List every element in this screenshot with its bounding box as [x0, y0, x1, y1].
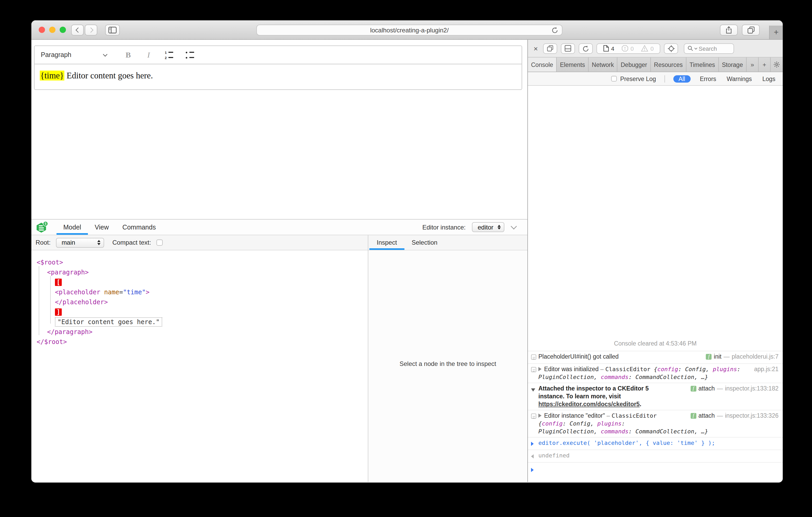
placeholder-widget[interactable]: {time}: [40, 70, 64, 81]
function-badge-icon: f: [706, 354, 712, 360]
forward-button[interactable]: [85, 25, 97, 35]
inspector-tab-debugger[interactable]: Debugger: [618, 58, 651, 71]
tree-node[interactable]: ]: [31, 307, 368, 317]
console-scope-all[interactable]: All: [673, 75, 691, 82]
editor-toolbar: Paragraph B I 1 2: [34, 46, 522, 64]
numbered-list-icon: 1 2: [165, 51, 173, 59]
minimize-window-button[interactable]: [49, 27, 55, 33]
share-button[interactable]: [720, 25, 738, 35]
bulleted-list-button[interactable]: [184, 49, 195, 61]
tree-node[interactable]: </paragraph>: [31, 327, 368, 337]
console-command-row[interactable]: editor.execute( 'placeholder', { value: …: [528, 437, 783, 450]
italic-button[interactable]: I: [143, 49, 154, 61]
new-tab-button[interactable]: +: [769, 26, 783, 39]
issues-summary-button[interactable]: 4 0 0: [597, 43, 661, 54]
root-select[interactable]: main: [56, 238, 104, 247]
tree-node[interactable]: <paragraph>: [31, 268, 368, 278]
numbered-list-button[interactable]: 1 2: [163, 49, 175, 61]
console-message-source[interactable]: fattach — inspector.js:133:182: [691, 385, 779, 393]
search-icon: [688, 45, 694, 51]
inspector-tab-network[interactable]: Network: [588, 58, 617, 71]
ckeditor-inspector: 5 ModelViewCommands Editor instance: edi…: [31, 219, 527, 482]
add-tab-button[interactable]: +: [759, 58, 771, 71]
model-tree: <$root><paragraph>[<placeholder name="ti…: [31, 250, 368, 482]
console-prompt[interactable]: [528, 462, 783, 476]
disclosure-collapsed-icon[interactable]: [539, 367, 542, 371]
inspector-tab-resources[interactable]: Resources: [651, 58, 687, 71]
reload-icon[interactable]: [551, 27, 558, 34]
console-message[interactable]: fattach — inspector.js:133:182Attached t…: [528, 383, 783, 410]
reload-icon: [582, 45, 589, 52]
inspector-tab-elements[interactable]: Elements: [557, 58, 588, 71]
tree-node[interactable]: <$root>: [31, 258, 368, 268]
resources-icon: [603, 45, 609, 52]
close-window-button[interactable]: [39, 27, 45, 33]
console-message-source[interactable]: fattach — inspector.js:133:326: [691, 412, 779, 420]
inspector-toolbar: ×: [528, 40, 783, 58]
ck-pane-tabs: InspectSelection: [368, 235, 527, 250]
more-tabs-button[interactable]: »: [747, 58, 759, 71]
titlebar-right-buttons: [720, 25, 760, 35]
prompt-chevron-icon: [531, 468, 534, 472]
tree-node[interactable]: "Editor content goes here.": [31, 317, 368, 327]
console-pane: Console cleared at 4:53:46 PM finit — pl…: [528, 86, 783, 482]
back-button[interactable]: [71, 25, 84, 35]
editor-text: Editor content goes here.: [64, 70, 153, 81]
ckeditor: Paragraph B I 1 2: [34, 45, 522, 90]
dock-side-button[interactable]: [561, 43, 575, 54]
divider: [664, 75, 665, 82]
indent-guide: [39, 266, 39, 335]
tree-node[interactable]: [: [31, 278, 368, 287]
compact-text-checkbox[interactable]: [156, 239, 163, 246]
sidebar-toggle-button[interactable]: [105, 25, 120, 35]
tree-node[interactable]: <placeholder name="time">: [31, 287, 368, 298]
element-picker-button[interactable]: [664, 43, 678, 54]
inspector-search-field[interactable]: Search: [684, 43, 734, 54]
paragraph-dropdown[interactable]: Paragraph: [41, 51, 107, 59]
tree-node[interactable]: </placeholder>: [31, 298, 368, 307]
inspector-tab-console[interactable]: Console: [528, 58, 557, 71]
ckeditor-logo-icon: 5: [37, 222, 47, 233]
console-message-source[interactable]: app.js:21: [754, 365, 779, 373]
ck-tabs: ModelViewCommands: [57, 219, 163, 235]
plus-icon: +: [774, 28, 779, 37]
editor-content[interactable]: {time} Editor content goes here.: [34, 64, 522, 89]
console-scope-logs[interactable]: Logs: [761, 75, 776, 82]
close-inspector-button[interactable]: ×: [532, 44, 540, 53]
warning-count: 0: [650, 45, 654, 52]
console-message[interactable]: app.js:21Editor was initialized – Classi…: [528, 363, 783, 383]
result-arrow-icon: [531, 454, 534, 458]
preserve-log-checkbox[interactable]: [611, 76, 617, 82]
ck-pane-tab-selection[interactable]: Selection: [404, 235, 445, 250]
disclosure-collapsed-icon[interactable]: [539, 414, 542, 418]
tab-overview-button[interactable]: [742, 25, 760, 35]
inspector-reload-button[interactable]: [579, 43, 593, 54]
inspector-tab-storage[interactable]: Storage: [719, 58, 747, 71]
console-scope-warnings[interactable]: Warnings: [726, 75, 753, 82]
editor-instance-select[interactable]: editor: [472, 222, 504, 232]
console-message-source[interactable]: finit — placeholderui.js:7: [706, 353, 779, 361]
paragraph-dropdown-label: Paragraph: [41, 51, 71, 59]
console-scope-errors[interactable]: Errors: [699, 75, 717, 82]
collapse-inspector-icon[interactable]: [511, 223, 517, 229]
inspector-tab-timelines[interactable]: Timelines: [687, 58, 719, 71]
ck-tab-view[interactable]: View: [88, 219, 116, 235]
ck-pane-tab-inspect[interactable]: Inspect: [369, 235, 404, 250]
warning-icon: [641, 45, 648, 52]
select-arrows-icon: [97, 240, 100, 245]
settings-button[interactable]: [771, 58, 783, 71]
zoom-window-button[interactable]: [60, 27, 66, 33]
tab-overview-icon: [747, 26, 755, 34]
console-message[interactable]: fattach — inspector.js:133:326Editor ins…: [528, 410, 783, 437]
tree-node[interactable]: </$root>: [31, 337, 368, 347]
ck-tab-commands[interactable]: Commands: [116, 219, 163, 235]
bulleted-list-icon: [185, 51, 194, 59]
detach-inspector-button[interactable]: [543, 43, 557, 54]
bold-button[interactable]: B: [122, 49, 134, 61]
url-bar[interactable]: localhost/creating-a-plugin2/: [256, 25, 562, 35]
ck-tab-model[interactable]: Model: [57, 219, 88, 235]
compact-text-label: Compact text:: [112, 239, 151, 246]
indent-guide: [50, 276, 51, 324]
disclosure-expanded-icon[interactable]: [531, 388, 535, 392]
console-link[interactable]: https://ckeditor.com/docs/ckeditor5: [539, 401, 640, 407]
